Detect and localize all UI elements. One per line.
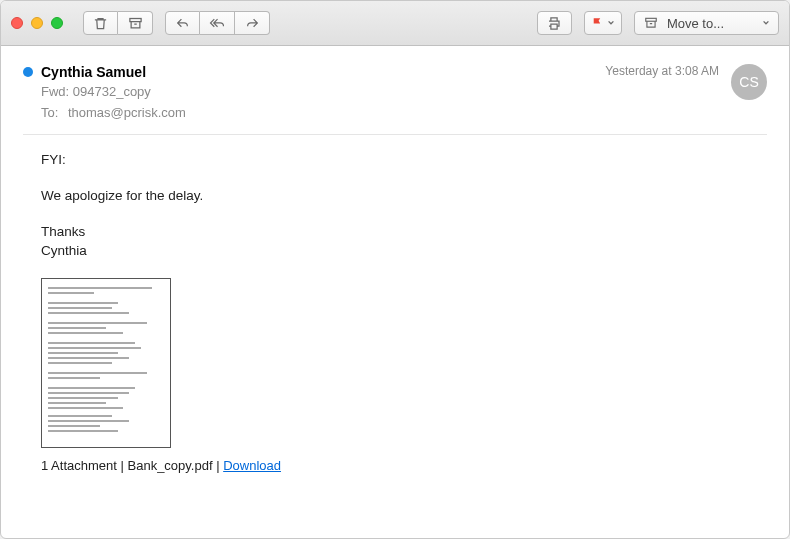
avatar: CS (731, 64, 767, 100)
maximize-window-button[interactable] (51, 17, 63, 29)
email-body: FYI: We apologize for the delay. Thanks … (41, 151, 767, 260)
unread-indicator (23, 67, 33, 77)
attachment-info: 1 Attachment | Bank_copy.pdf | Download (41, 458, 767, 473)
svg-rect-1 (646, 18, 657, 21)
body-signoff-2: Cynthia (41, 242, 767, 260)
body-line-1: FYI: (41, 151, 767, 169)
to-label: To: (41, 105, 58, 120)
body-signoff-1: Thanks (41, 223, 767, 241)
email-header: Cynthia Samuel Fwd: 094732_copy To: thom… (23, 64, 767, 120)
print-button[interactable] (537, 11, 572, 35)
titlebar: Move to... (1, 1, 789, 46)
mail-window: Move to... Cynthia Samuel Fwd: 094732_co… (0, 0, 790, 539)
minimize-window-button[interactable] (31, 17, 43, 29)
svg-rect-0 (129, 18, 140, 21)
window-controls (11, 17, 63, 29)
move-to-label: Move to... (667, 16, 724, 31)
archive-button[interactable] (118, 11, 153, 35)
forward-button[interactable] (235, 11, 270, 35)
attachment-filename: Bank_copy.pdf (128, 458, 213, 473)
sender-name: Cynthia Samuel (41, 64, 146, 80)
email-content: Cynthia Samuel Fwd: 094732_copy To: thom… (1, 46, 789, 538)
reply-group (165, 11, 270, 35)
close-window-button[interactable] (11, 17, 23, 29)
attachment-thumbnail[interactable] (41, 278, 171, 448)
to-value: thomas@pcrisk.com (68, 105, 186, 120)
flag-button[interactable] (584, 11, 622, 35)
email-subject: Fwd: 094732_copy (41, 84, 605, 99)
attachment-section: 1 Attachment | Bank_copy.pdf | Download (41, 278, 767, 473)
header-divider (23, 134, 767, 135)
reply-all-button[interactable] (200, 11, 235, 35)
delete-archive-group (83, 11, 153, 35)
attachment-count: 1 Attachment (41, 458, 117, 473)
move-to-button[interactable]: Move to... (634, 11, 779, 35)
timestamp: Yesterday at 3:08 AM (605, 64, 719, 78)
reply-button[interactable] (165, 11, 200, 35)
to-line: To: thomas@pcrisk.com (41, 105, 605, 120)
body-line-2: We apologize for the delay. (41, 187, 767, 205)
delete-button[interactable] (83, 11, 118, 35)
download-link[interactable]: Download (223, 458, 281, 473)
